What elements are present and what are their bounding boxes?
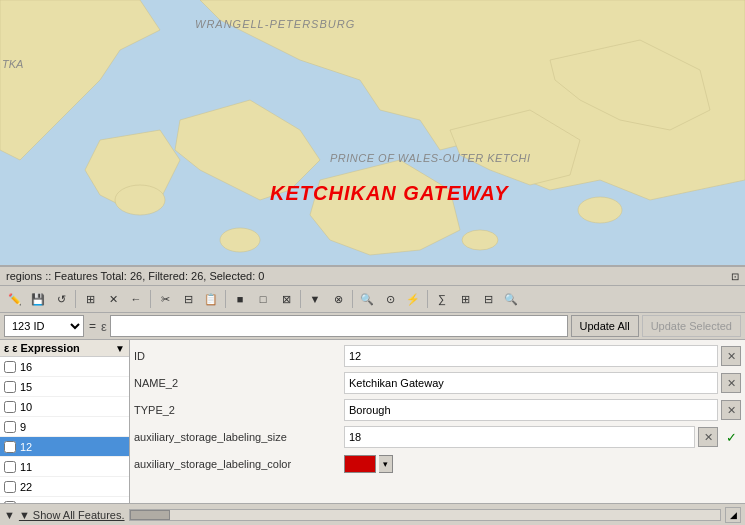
- undo-button[interactable]: ←: [125, 288, 147, 310]
- list-item[interactable]: 15: [0, 377, 129, 397]
- toolbar-separator-5: [352, 290, 353, 308]
- show-all-features-button[interactable]: ▼ Show All Features.: [19, 509, 125, 521]
- list-item[interactable]: 22: [0, 477, 129, 497]
- id-list-panel: ε ε Expression ▼ 161510912112221 ▼: [0, 340, 130, 503]
- row-checkbox[interactable]: [4, 401, 16, 413]
- filter-icon: ▼: [4, 509, 15, 521]
- table-row: ID✕: [134, 344, 741, 368]
- row-checkbox[interactable]: [4, 441, 16, 453]
- map-label-ketchikan: KETCHIKAN GATEWAY: [270, 182, 508, 205]
- svg-point-3: [462, 230, 498, 250]
- list-item[interactable]: 9: [0, 417, 129, 437]
- zoom-map-button[interactable]: 🔍: [356, 288, 378, 310]
- cut-button[interactable]: ✂: [154, 288, 176, 310]
- row-checkbox[interactable]: [4, 461, 16, 473]
- scrollbar-thumb[interactable]: [130, 510, 170, 520]
- toolbar-separator-1: [75, 290, 76, 308]
- row-id-value: 10: [20, 401, 32, 413]
- toolbar: ✏️ 💾 ↺ ⊞ ✕ ← ✂ ⊟ 📋 ■ □ ⊠ ▼ ⊗ 🔍 ⊙ ⚡ ∑ ⊞ ⊟…: [0, 286, 745, 313]
- row-checkbox[interactable]: [4, 481, 16, 493]
- zoom-selected-button[interactable]: ⊙: [379, 288, 401, 310]
- dock-button[interactable]: ⊟: [477, 288, 499, 310]
- attr-input[interactable]: [344, 345, 718, 367]
- row-id-value: 15: [20, 381, 32, 393]
- deselect-button[interactable]: □: [252, 288, 274, 310]
- confirm-button[interactable]: ✓: [721, 427, 741, 447]
- attr-input[interactable]: [344, 399, 718, 421]
- toolbar-separator-6: [427, 290, 428, 308]
- map-view: WRANGELL-PETERSBURG TKA PRINCE OF WALES-…: [0, 0, 745, 265]
- clear-button[interactable]: ✕: [721, 346, 741, 366]
- row-id-value: 11: [20, 461, 32, 473]
- equals-sign: =: [87, 319, 98, 333]
- row-id-value: 12: [20, 441, 32, 453]
- attr-input[interactable]: [344, 372, 718, 394]
- epsilon-icon[interactable]: ε: [101, 319, 107, 334]
- map-label-tka: TKA: [2, 58, 23, 70]
- filter-select-button[interactable]: ⊗: [327, 288, 349, 310]
- invert-selection-button[interactable]: ⊠: [275, 288, 297, 310]
- paste-button[interactable]: 📋: [200, 288, 222, 310]
- list-item[interactable]: 11: [0, 457, 129, 477]
- attr-label: auxiliary_storage_labeling_color: [134, 458, 344, 470]
- select-all-button[interactable]: ■: [229, 288, 251, 310]
- id-rows-container: 161510912112221: [0, 357, 129, 503]
- clear-button[interactable]: ✕: [698, 427, 718, 447]
- attr-input[interactable]: [344, 426, 695, 448]
- main-content-area: ε ε Expression ▼ 161510912112221 ▼ ID✕NA…: [0, 340, 745, 503]
- filter-button[interactable]: ▼: [304, 288, 326, 310]
- map-label-prince: PRINCE OF WALES-OUTER KETCHI: [330, 152, 531, 164]
- attribute-table-panel: regions :: Features Total: 26, Filtered:…: [0, 265, 745, 525]
- save-button[interactable]: 💾: [27, 288, 49, 310]
- resize-handle[interactable]: ◢: [725, 507, 741, 523]
- update-all-button[interactable]: Update All: [571, 315, 639, 337]
- color-dropdown-button[interactable]: ▾: [379, 455, 393, 473]
- clear-button[interactable]: ✕: [721, 373, 741, 393]
- toolbar-separator-3: [225, 290, 226, 308]
- list-item[interactable]: 10: [0, 397, 129, 417]
- list-item[interactable]: 16: [0, 357, 129, 377]
- edit-toggle-button[interactable]: ✏️: [4, 288, 26, 310]
- svg-point-1: [115, 185, 165, 215]
- color-swatch[interactable]: [344, 455, 376, 473]
- bottom-bar: ▼ ▼ Show All Features. ◢: [0, 503, 745, 525]
- list-sort-icon[interactable]: ▼: [115, 343, 125, 354]
- map-label-wrangell: WRANGELL-PETERSBURG: [195, 18, 355, 30]
- toolbar-separator-4: [300, 290, 301, 308]
- delete-feature-button[interactable]: ✕: [102, 288, 124, 310]
- list-item[interactable]: 12: [0, 437, 129, 457]
- row-id-value: 22: [20, 481, 32, 493]
- update-selected-button[interactable]: Update Selected: [642, 315, 741, 337]
- row-checkbox[interactable]: [4, 381, 16, 393]
- status-bar: regions :: Features Total: 26, Filtered:…: [0, 267, 745, 286]
- clear-button[interactable]: ✕: [721, 400, 741, 420]
- row-checkbox[interactable]: [4, 421, 16, 433]
- toolbar-separator-2: [150, 290, 151, 308]
- organize-button[interactable]: ⊞: [454, 288, 476, 310]
- attr-label: auxiliary_storage_labeling_size: [134, 431, 344, 443]
- attr-label: NAME_2: [134, 377, 344, 389]
- attr-value-wrap: ✕: [344, 399, 741, 421]
- attr-label: ID: [134, 350, 344, 362]
- flash-button[interactable]: ⚡: [402, 288, 424, 310]
- row-checkbox[interactable]: [4, 361, 16, 373]
- id-list-header: ε ε Expression ▼: [0, 340, 129, 357]
- add-feature-button[interactable]: ⊞: [79, 288, 101, 310]
- field-selector[interactable]: 123 ID NAME_2 TYPE_2: [4, 315, 84, 337]
- attr-value-wrap: ✕✓: [344, 426, 741, 448]
- attr-value-wrap: ✕: [344, 345, 741, 367]
- table-row: NAME_2✕: [134, 371, 741, 395]
- stats-button[interactable]: ∑: [431, 288, 453, 310]
- expression-input[interactable]: [110, 315, 568, 337]
- attr-value-wrap: ▾: [344, 455, 741, 473]
- horizontal-scrollbar[interactable]: [129, 509, 721, 521]
- row-id-value: 16: [20, 361, 32, 373]
- reload-button[interactable]: ↺: [50, 288, 72, 310]
- attribute-form-panel: ID✕NAME_2✕TYPE_2✕auxiliary_storage_label…: [130, 340, 745, 503]
- table-row: auxiliary_storage_labeling_color▾: [134, 452, 741, 476]
- search-button[interactable]: 🔍: [500, 288, 522, 310]
- resize-icon[interactable]: ⊡: [731, 271, 739, 282]
- copy-button[interactable]: ⊟: [177, 288, 199, 310]
- epsilon-list-icon: ε: [4, 342, 9, 354]
- attr-label: TYPE_2: [134, 404, 344, 416]
